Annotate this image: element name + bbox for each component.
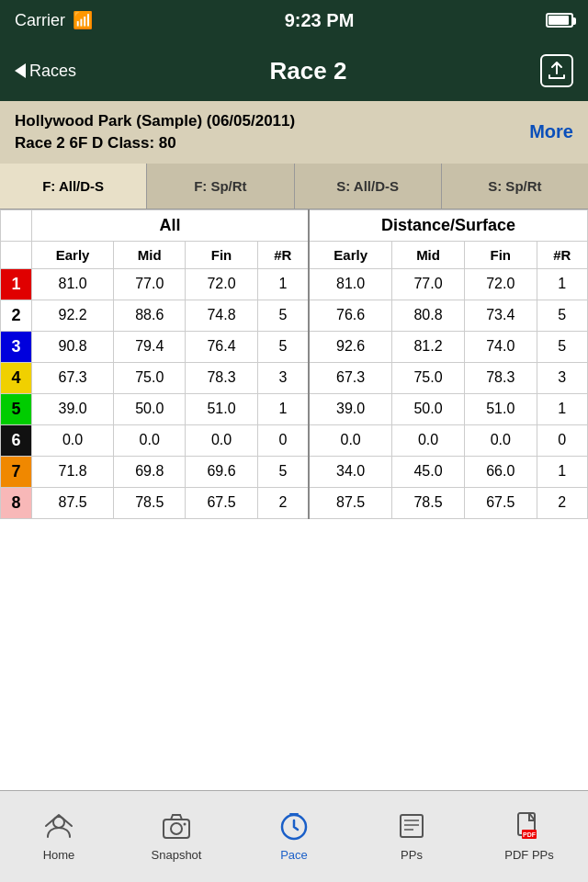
- tab-snapshot-label: Snapshot: [152, 848, 202, 862]
- table-row: 3 90.8 79.4 76.4 5 92.6 81.2 74.0 5: [1, 331, 588, 362]
- nav-bar: Races Race 2: [0, 40, 588, 101]
- ds-mid: 45.0: [392, 456, 465, 487]
- all-mid-header: Mid: [114, 241, 186, 268]
- tab-s-sp-rt[interactable]: S: Sp/Rt: [442, 164, 588, 209]
- all-mid: 75.0: [114, 362, 186, 393]
- all-fin: 74.8: [186, 300, 257, 331]
- ds-mid: 77.0: [392, 268, 465, 300]
- race-info-line1: Hollywood Park (Sample) (06/05/2011): [15, 110, 295, 132]
- table-row: 1 81.0 77.0 72.0 1 81.0 77.0 72.0 1: [1, 268, 588, 300]
- all-runs-header: #R: [257, 241, 309, 268]
- ds-runs: 1: [537, 456, 587, 487]
- ds-early: 34.0: [309, 456, 392, 487]
- tab-s-all-ds[interactable]: S: All/D-S: [295, 164, 442, 209]
- ds-runs: 1: [537, 393, 587, 424]
- ds-runs: 2: [537, 487, 587, 518]
- all-mid: 88.6: [114, 300, 186, 331]
- horse-number: 8: [1, 487, 32, 518]
- ds-mid-header: Mid: [392, 241, 465, 268]
- battery-icon: [546, 13, 573, 28]
- table-row: 4 67.3 75.0 78.3 3 67.3 75.0 78.3 3: [1, 362, 588, 393]
- tab-f-sp-rt[interactable]: F: Sp/Rt: [147, 164, 294, 209]
- ds-fin-header: Fin: [464, 241, 537, 268]
- horse-number: 6: [1, 424, 32, 456]
- tab-pps[interactable]: PPs: [353, 791, 470, 882]
- all-runs: 1: [257, 268, 309, 300]
- page-title: Race 2: [270, 57, 347, 85]
- horse-number: 1: [1, 268, 32, 300]
- svg-text:PDF: PDF: [523, 831, 537, 838]
- ds-fin: 51.0: [464, 393, 537, 424]
- all-fin: 76.4: [186, 331, 257, 362]
- all-fin: 72.0: [186, 268, 257, 300]
- ds-mid: 80.8: [392, 300, 465, 331]
- race-info-bar: Hollywood Park (Sample) (06/05/2011) Rac…: [0, 101, 588, 164]
- all-early: 87.5: [32, 487, 114, 518]
- carrier-label: Carrier: [15, 11, 65, 30]
- ds-early: 0.0: [309, 424, 392, 456]
- tab-pdfpps[interactable]: PDF PDF PPs: [470, 791, 588, 882]
- ds-runs-header: #R: [537, 241, 587, 268]
- content-area: Hollywood Park (Sample) (06/05/2011) Rac…: [0, 101, 588, 790]
- tab-home[interactable]: Home: [0, 791, 118, 882]
- ds-section-header: Distance/Surface: [309, 209, 587, 241]
- filter-tabs: F: All/D-S F: Sp/Rt S: All/D-S S: Sp/Rt: [0, 164, 588, 209]
- all-runs: 5: [257, 331, 309, 362]
- tab-bar: Home Snapshot Pace: [0, 790, 588, 882]
- tab-pace-label: Pace: [280, 848, 308, 862]
- back-button[interactable]: Races: [15, 62, 76, 81]
- all-mid: 69.8: [114, 456, 186, 487]
- all-runs: 2: [257, 487, 309, 518]
- tab-f-all-ds[interactable]: F: All/D-S: [0, 164, 147, 209]
- data-table-container: All Distance/Surface Early Mid Fin #R Ea…: [0, 209, 588, 790]
- all-mid: 77.0: [114, 268, 186, 300]
- tab-pace[interactable]: Pace: [235, 791, 353, 882]
- ds-mid: 50.0: [392, 393, 465, 424]
- back-label: Races: [29, 62, 76, 81]
- all-runs: 3: [257, 362, 309, 393]
- more-button[interactable]: More: [529, 121, 573, 142]
- horse-number: 4: [1, 362, 32, 393]
- tab-home-label: Home: [43, 848, 75, 862]
- all-mid: 50.0: [114, 393, 186, 424]
- ds-early: 67.3: [309, 362, 392, 393]
- battery-area: [546, 13, 573, 28]
- list-icon: [397, 811, 426, 844]
- share-button[interactable]: [540, 54, 573, 87]
- table-row: 5 39.0 50.0 51.0 1 39.0 50.0 51.0 1: [1, 393, 588, 424]
- horse-number: 2: [1, 300, 32, 331]
- all-early: 81.0: [32, 268, 114, 300]
- all-fin: 51.0: [186, 393, 257, 424]
- all-runs: 1: [257, 393, 309, 424]
- table-row: 8 87.5 78.5 67.5 2 87.5 78.5 67.5 2: [1, 487, 588, 518]
- ds-fin: 0.0: [464, 424, 537, 456]
- ds-early: 81.0: [309, 268, 392, 300]
- table-row: 6 0.0 0.0 0.0 0 0.0 0.0 0.0 0: [1, 424, 588, 456]
- all-mid: 79.4: [114, 331, 186, 362]
- all-early: 67.3: [32, 362, 114, 393]
- all-early: 71.8: [32, 456, 114, 487]
- ds-early: 76.6: [309, 300, 392, 331]
- ds-early: 87.5: [309, 487, 392, 518]
- ds-mid: 78.5: [392, 487, 465, 518]
- svg-point-3: [184, 823, 187, 826]
- all-fin: 67.5: [186, 487, 257, 518]
- ds-fin: 66.0: [464, 456, 537, 487]
- ds-mid: 0.0: [392, 424, 465, 456]
- ds-fin: 78.3: [464, 362, 537, 393]
- ds-fin: 67.5: [464, 487, 537, 518]
- ds-early-header: Early: [309, 241, 392, 268]
- all-early: 0.0: [32, 424, 114, 456]
- all-runs: 5: [257, 456, 309, 487]
- all-fin: 78.3: [186, 362, 257, 393]
- horse-number: 7: [1, 456, 32, 487]
- ds-mid: 75.0: [392, 362, 465, 393]
- camera-icon: [162, 811, 191, 844]
- tab-pdfpps-label: PDF PPs: [504, 848, 553, 862]
- tab-snapshot[interactable]: Snapshot: [118, 791, 235, 882]
- svg-point-2: [171, 823, 182, 834]
- table-row: 2 92.2 88.6 74.8 5 76.6 80.8 73.4 5: [1, 300, 588, 331]
- ds-early: 92.6: [309, 331, 392, 362]
- svg-rect-5: [401, 815, 423, 837]
- all-mid: 78.5: [114, 487, 186, 518]
